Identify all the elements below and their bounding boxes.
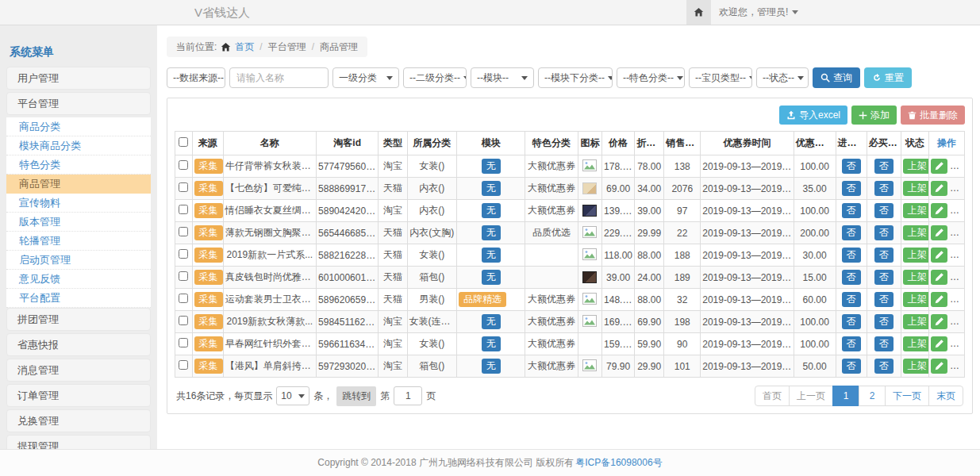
status-badge[interactable]: 上架 (903, 292, 929, 306)
filter-select-4[interactable]: --模块-- (471, 67, 534, 88)
import-excel-button[interactable]: 导入excel (779, 106, 847, 125)
filter-select-3[interactable]: --二级分类-- (403, 67, 467, 88)
sidebar-item-宣传物料[interactable]: 宣传物料 (6, 194, 151, 213)
add-button[interactable]: 添加 (851, 106, 897, 125)
icp-link[interactable]: 粤ICP备16098006号 (575, 456, 662, 470)
must-buy-badge[interactable]: 否 (874, 270, 894, 284)
edit-button[interactable] (931, 292, 947, 307)
status-badge[interactable]: 上架 (903, 248, 929, 262)
import-choice-badge[interactable]: 否 (842, 248, 861, 262)
sidebar-item-模块商品分类[interactable]: 模块商品分类 (6, 136, 151, 155)
row-checkbox[interactable] (179, 338, 188, 347)
row-checkbox[interactable] (179, 227, 188, 236)
row-checkbox[interactable] (179, 205, 188, 214)
page-button-上一页[interactable]: 上一页 (789, 386, 833, 406)
sidebar-section-订单管理[interactable]: 订单管理 (6, 384, 151, 407)
status-badge[interactable]: 上架 (903, 181, 929, 195)
jump-button[interactable]: 跳转到 (336, 386, 376, 406)
page-button-1[interactable]: 1 (832, 386, 859, 406)
user-menu[interactable]: 欢迎您，管理员! (719, 0, 798, 25)
sidebar-section-兑换管理[interactable]: 兑换管理 (6, 409, 151, 432)
sidebar-item-特色分类[interactable]: 特色分类 (6, 155, 151, 175)
search-name-input[interactable] (229, 67, 329, 88)
module-badge[interactable]: 无 (482, 203, 501, 217)
module-badge[interactable]: 无 (482, 314, 501, 328)
module-badge[interactable]: 无 (482, 225, 501, 240)
reset-button[interactable]: 重置 (864, 67, 912, 88)
per-page-select[interactable]: 10 (276, 386, 309, 405)
edit-button[interactable] (931, 181, 947, 196)
must-buy-badge[interactable]: 否 (874, 359, 894, 373)
status-badge[interactable]: 上架 (903, 159, 929, 173)
sidebar-item-启动页管理[interactable]: 启动页管理 (6, 251, 151, 270)
row-checkbox[interactable] (179, 294, 188, 303)
breadcrumb-home-link[interactable]: 首页 (235, 40, 254, 54)
module-badge[interactable]: 无 (482, 336, 501, 351)
status-badge[interactable]: 上架 (903, 203, 929, 217)
must-buy-badge[interactable]: 否 (874, 336, 894, 351)
module-badge[interactable]: 无 (482, 359, 501, 373)
status-badge[interactable]: 上架 (903, 270, 929, 284)
edit-button[interactable] (931, 314, 947, 329)
sidebar-section-提现管理[interactable]: 提现管理 (6, 435, 151, 449)
import-choice-badge[interactable]: 否 (842, 336, 861, 351)
filter-select-8[interactable]: --状态-- (756, 67, 809, 88)
import-choice-badge[interactable]: 否 (842, 181, 861, 195)
page-number-input[interactable] (394, 386, 422, 405)
status-badge[interactable]: 上架 (903, 359, 929, 373)
edit-button[interactable] (931, 159, 947, 174)
import-choice-badge[interactable]: 否 (842, 359, 861, 373)
status-badge[interactable]: 上架 (903, 314, 929, 328)
status-badge[interactable]: 上架 (903, 336, 929, 351)
edit-button[interactable] (931, 336, 947, 351)
sidebar-item-轮播管理[interactable]: 轮播管理 (6, 232, 151, 251)
sidebar-item-商品管理[interactable]: 商品管理 (6, 175, 151, 194)
must-buy-badge[interactable]: 否 (874, 159, 894, 173)
query-button[interactable]: 查询 (813, 67, 860, 88)
must-buy-badge[interactable]: 否 (874, 314, 894, 328)
edit-button[interactable] (931, 203, 947, 218)
must-buy-badge[interactable]: 否 (874, 181, 894, 195)
import-choice-badge[interactable]: 否 (842, 292, 861, 306)
import-choice-badge[interactable]: 否 (842, 203, 861, 217)
sidebar-section-拼团管理[interactable]: 拼团管理 (6, 308, 151, 331)
sidebar-section-平台管理[interactable]: 平台管理 (6, 92, 151, 115)
page-button-2[interactable]: 2 (859, 386, 886, 406)
row-checkbox[interactable] (179, 316, 188, 325)
row-checkbox[interactable] (179, 249, 188, 259)
module-badge[interactable]: 无 (482, 159, 501, 173)
must-buy-badge[interactable]: 否 (874, 225, 894, 240)
row-checkbox[interactable] (179, 271, 188, 281)
page-button-末页[interactable]: 末页 (928, 386, 963, 406)
module-badge[interactable]: 无 (482, 181, 501, 195)
sidebar-item-商品分类[interactable]: 商品分类 (6, 117, 151, 136)
import-choice-badge[interactable]: 否 (842, 314, 861, 328)
filter-select-5[interactable]: --模块下分类-- (538, 67, 613, 88)
sidebar-item-版本管理[interactable]: 版本管理 (6, 213, 151, 232)
must-buy-badge[interactable]: 否 (874, 248, 894, 262)
sidebar-section-用户管理[interactable]: 用户管理 (6, 67, 151, 90)
row-checkbox[interactable] (179, 182, 188, 192)
module-badge[interactable]: 无 (482, 248, 501, 262)
sidebar-item-意见反馈[interactable]: 意见反馈 (6, 270, 151, 289)
sidebar-section-省惠快报[interactable]: 省惠快报 (6, 333, 151, 356)
import-choice-badge[interactable]: 否 (842, 225, 861, 240)
must-buy-badge[interactable]: 否 (874, 203, 894, 217)
module-badge[interactable]: 品牌精选 (459, 292, 506, 306)
filter-select-6[interactable]: --特色分类-- (617, 67, 685, 88)
edit-button[interactable] (931, 225, 947, 240)
page-button-首页[interactable]: 首页 (755, 386, 790, 406)
batch-delete-button[interactable]: 批量删除 (901, 106, 965, 125)
sidebar-item-平台配置[interactable]: 平台配置 (6, 289, 151, 308)
filter-select-0[interactable]: --数据来源-- (167, 67, 225, 88)
edit-button[interactable] (931, 359, 947, 374)
filter-select-7[interactable]: --宝贝类型-- (689, 67, 752, 88)
import-choice-badge[interactable]: 否 (842, 270, 861, 284)
module-badge[interactable]: 无 (482, 270, 501, 284)
import-choice-badge[interactable]: 否 (842, 159, 861, 173)
edit-button[interactable] (931, 248, 947, 263)
status-badge[interactable]: 上架 (903, 225, 929, 240)
sidebar-section-消息管理[interactable]: 消息管理 (6, 359, 151, 382)
must-buy-badge[interactable]: 否 (874, 292, 894, 306)
row-checkbox[interactable] (179, 360, 188, 370)
